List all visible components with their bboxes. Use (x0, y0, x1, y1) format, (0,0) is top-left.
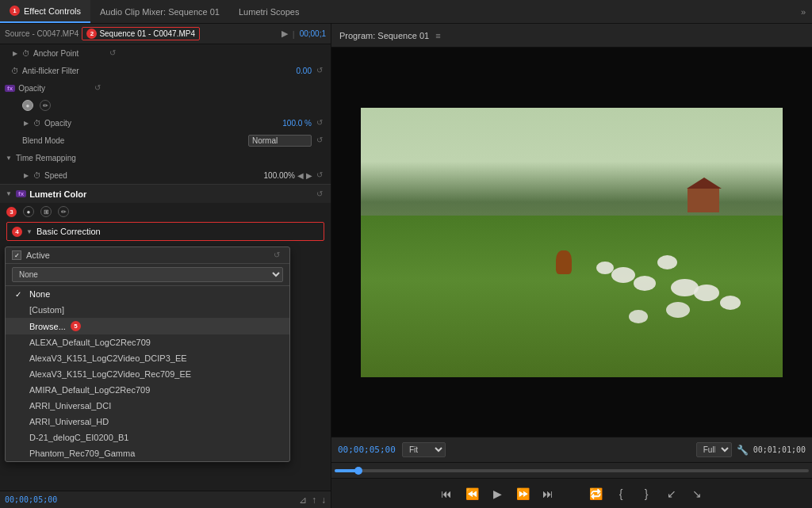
fx-badge-lumetri: fx (16, 190, 26, 197)
timeline-bar[interactable] (331, 462, 812, 478)
anchor-point-row: ▶ ⏱ Anchor Point ↺ (0, 44, 331, 62)
lumetri-color-header[interactable]: ▼ fx Lumetri Color ↺ (0, 184, 331, 203)
lumetri-chevron: ▼ (5, 190, 13, 198)
active-checkbox[interactable]: ✓ (12, 250, 21, 260)
dropdown-item-arri-dci[interactable]: ARRI_Universal_DCI (6, 398, 289, 414)
left-panel: Source - C0047.MP4 2 Sequence 01 - C0047… (0, 24, 331, 508)
dropdown-item-alexav3-rec709[interactable]: AlexaV3_K151_LogC2Video_Rec709_EE (6, 366, 289, 382)
speed-value[interactable]: 100.00% (264, 171, 295, 180)
dropdown-item-alexav3-dcip3[interactable]: AlexaV3_K151_LogC2Video_DCIP3_EE (6, 350, 289, 366)
anti-flicker-value[interactable]: 0.00 (297, 67, 312, 75)
lumetri-reset[interactable]: ↺ (316, 189, 326, 199)
lumetri-label: Lumetri Color (29, 189, 86, 199)
sheep-4 (634, 276, 656, 291)
play-icon[interactable]: ▶ (282, 29, 288, 39)
lumetri-grid-icon: ⊞ (40, 206, 52, 217)
dropdown-item-browse[interactable]: Browse... 5 (6, 318, 289, 334)
blend-mode-reset[interactable]: ↺ (316, 136, 326, 145)
anti-flicker-stopwatch: ⏱ (11, 67, 19, 75)
monitor-header: Program: Sequence 01 ≡ (331, 24, 812, 48)
speed-forward[interactable]: ▶ (306, 171, 312, 180)
dropdown-item-custom[interactable]: [Custom] (6, 302, 289, 318)
opacity-icon-row: ● ✏ (0, 97, 331, 114)
time-remap-header[interactable]: ▼ Time Remapping (0, 149, 331, 166)
opacity-circle-icon: ● (22, 100, 33, 111)
mark-out-button[interactable]: } (637, 484, 656, 503)
main-layout: Source - C0047.MP4 2 Sequence 01 - C0047… (0, 24, 812, 508)
monitor-menu-icon[interactable]: ≡ (435, 31, 440, 40)
opacity-section-reset[interactable]: ↺ (94, 83, 104, 93)
dropdown-item-amira[interactable]: AMIRA_Default_LogC2Rec709 (6, 382, 289, 398)
fit-select[interactable]: Fit 25% 50% 100% (402, 442, 446, 457)
sheep-1 (611, 267, 635, 283)
mark-in-button[interactable]: { (611, 484, 630, 503)
speed-back[interactable]: ◀ (297, 171, 304, 180)
lumetri-badge-3: 3 (6, 207, 17, 217)
anti-flicker-row: ⏱ Anti-flicker Filter 0.00 ↺ (0, 62, 331, 79)
filter-icons: ⊿ ↑ ↓ (299, 495, 326, 506)
dropdown-item-arri-hd[interactable]: ARRI_Universal_HD (6, 414, 289, 430)
step-forward-button[interactable]: ⏩ (513, 484, 532, 503)
timecode-end: 00;01;01;00 (753, 445, 806, 454)
sheep-9 (629, 310, 648, 323)
sequence-label: Sequence 01 - C0047.MP4 (99, 29, 195, 38)
lut-none-row: None (6, 264, 289, 286)
dropdown-item-d21[interactable]: D-21_delogC_EI0200_B1 (6, 430, 289, 445)
blend-mode-label: Blend Mode (22, 136, 94, 145)
tab-effect-controls-label: Effect Controls (24, 6, 81, 16)
scrubber-head[interactable] (354, 467, 362, 475)
overwrite-button[interactable]: ↘ (688, 484, 707, 503)
blend-mode-select[interactable]: Normal Dissolve Darken Multiply (248, 135, 312, 147)
dropdown-item-alexa-default[interactable]: ALEXA_Default_LogC2Rec709 (6, 334, 289, 350)
tab-more-button[interactable]: » (795, 7, 812, 17)
basic-badge-4: 4 (12, 227, 22, 237)
export-icon[interactable]: ↑ (312, 495, 316, 506)
anti-flicker-reset[interactable]: ↺ (316, 66, 326, 75)
quality-select[interactable]: Full 1/2 1/4 (696, 442, 732, 457)
fx-badge-opacity: fx (5, 85, 15, 92)
scene-ground (361, 216, 783, 377)
dropdown-item-phantom[interactable]: Phantom_Rec709_Gamma (6, 445, 289, 461)
step-back-button[interactable]: ⏪ (462, 484, 481, 503)
opacity-reset[interactable]: ↺ (316, 118, 326, 128)
go-to-out-button[interactable]: ⏭ (538, 484, 557, 503)
monitor-controls: 00;00;05;00 Fit 25% 50% 100% Full 1/2 1/… (331, 437, 812, 462)
anti-flicker-label: Anti-flicker Filter (22, 67, 94, 75)
lut-dropdown: ✓ Active ↺ None ✓ None (5, 246, 290, 462)
monitor-timecode: 00;00;05;00 (338, 445, 397, 455)
playback-controls: ⏮ ⏪ ▶ ⏩ ⏭ 🔁 { } ↙ ↘ (331, 478, 812, 508)
right-panel: Program: Sequence 01 ≡ (331, 24, 812, 508)
check-none: ✓ (15, 290, 25, 299)
blend-mode-row: Blend Mode Normal Dissolve Darken Multip… (0, 132, 331, 149)
play-button[interactable]: ▶ (488, 484, 507, 503)
go-to-in-button[interactable]: ⏮ (437, 484, 456, 503)
opacity-stopwatch: ⏱ (33, 119, 41, 128)
opacity-percent[interactable]: 100.0 % (282, 119, 312, 128)
active-reset[interactable]: ↺ (274, 250, 283, 260)
dropdown-item-none[interactable]: ✓ None (6, 286, 289, 302)
sheep-8 (666, 302, 690, 318)
tab-lumetri-scopes[interactable]: Lumetri Scopes (229, 0, 308, 23)
source-bar: Source - C0047.MP4 2 Sequence 01 - C0047… (0, 24, 331, 44)
scene-building-roof (687, 178, 722, 189)
sheep-7 (720, 296, 741, 310)
tab-audio-clip-mixer[interactable]: Audio Clip Mixer: Sequence 01 (90, 0, 229, 23)
anchor-reset[interactable]: ↺ (109, 48, 119, 58)
import-icon[interactable]: ↓ (321, 495, 326, 506)
lumetri-pen2-icon: ✏ (58, 206, 69, 217)
filter-icon[interactable]: ⊿ (299, 495, 307, 506)
monitor-title: Program: Sequence 01 (339, 31, 429, 40)
basic-correction-header[interactable]: 4 ▼ Basic Correction (6, 222, 324, 241)
opacity-section-header[interactable]: fx Opacity ↺ (0, 79, 331, 97)
video-frame (361, 108, 783, 377)
insert-button[interactable]: ↙ (662, 484, 681, 503)
lut-none-select[interactable]: None (12, 267, 283, 282)
scrubber-track[interactable] (335, 469, 809, 472)
opacity-value-label: Opacity (44, 119, 116, 128)
wrench-icon[interactable]: 🔧 (737, 445, 749, 456)
speed-reset[interactable]: ↺ (316, 170, 326, 180)
tab-effect-controls[interactable]: 1 Effect Controls (0, 0, 90, 23)
tab-badge-1: 1 (10, 6, 20, 16)
opacity-chevron: ▶ (22, 119, 30, 127)
loop-button[interactable]: 🔁 (586, 484, 605, 503)
